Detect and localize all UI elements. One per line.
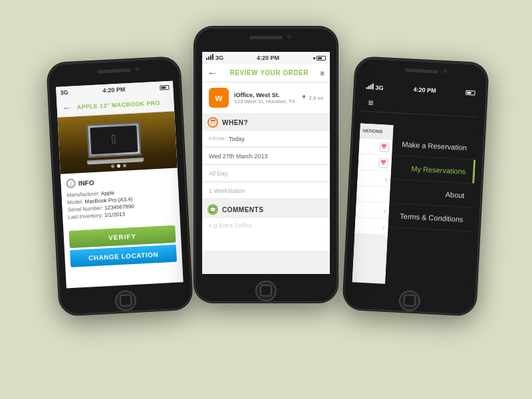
- menu-item-my-reservations[interactable]: My Reservations: [390, 156, 475, 184]
- signal-icon-center: [206, 55, 213, 61]
- menu-icon-center[interactable]: ≡: [321, 69, 325, 77]
- info-section: i INFO Manufacturer: Apple Model: MacBoo…: [61, 168, 180, 227]
- home-button-inner-left: [120, 295, 132, 307]
- macbook-image: : [57, 112, 177, 174]
- clock-icon: ⏰: [207, 117, 218, 128]
- from-field[interactable]: FROM: Today: [202, 131, 330, 147]
- venue-address: 123 West St, Houston, TX: [234, 98, 295, 104]
- from-value: Today: [229, 136, 245, 142]
- time-center: 4:20 PM: [257, 55, 279, 61]
- change-location-button[interactable]: CHANGE LOCATION: [70, 245, 177, 267]
- carrier-left: 3G: [60, 89, 68, 96]
- status-bar-center: 3G 4:20 PM ●: [202, 52, 330, 64]
- info-header: i INFO: [66, 174, 173, 188]
- comments-section-header: 💬 COMMENTS: [202, 201, 330, 218]
- until-field[interactable]: Wed 27th March 2013: [202, 148, 330, 164]
- when-section-header: ⏰ WHEN?: [202, 114, 330, 131]
- phone-camera-center: [287, 35, 291, 39]
- venue-name: iOffice, West St.: [234, 92, 295, 98]
- phone-speaker-left: [97, 68, 130, 74]
- home-button-center[interactable]: [255, 281, 277, 301]
- workstation-value: 1 Workstation: [209, 188, 245, 194]
- dot-2: [117, 164, 120, 168]
- time-right: 4:20 PM: [413, 86, 436, 94]
- signal-icon-right: [366, 84, 374, 91]
- all-day-value: All Day: [209, 170, 228, 177]
- phone-speaker-right: [405, 68, 438, 74]
- all-day-field[interactable]: All Day: [202, 166, 330, 182]
- venue-info: iOffice, West St. 123 West St, Houston, …: [234, 92, 295, 104]
- partial-reservations-label: VATIONS: [360, 124, 394, 140]
- screen-left: 3G 4:20 PM ← APPLE 13" MACBOOK PRO: [56, 81, 184, 289]
- laptop-screen-inner: : [90, 125, 138, 154]
- image-carousel-dots: [111, 164, 126, 168]
- dot-1: [111, 164, 114, 168]
- calendar-icon-1: 📅: [380, 142, 390, 152]
- venue-logo: w: [209, 88, 229, 108]
- comments-input[interactable]: e.g Extra Coffee: [202, 218, 330, 251]
- back-arrow-left[interactable]: ←: [62, 102, 72, 113]
- venue-row: w iOffice, West St. 123 West St, Houston…: [202, 82, 330, 114]
- phone-right: 3G 4:20 PM ≡ VATIONS: [342, 57, 489, 316]
- home-button-right[interactable]: [398, 290, 421, 312]
- screen-center: 3G 4:20 PM ● ← REVIEW YOUR ORDER ≡: [202, 52, 330, 274]
- phone-camera-left: [135, 66, 139, 70]
- chevron-icon-3: ›: [382, 223, 385, 230]
- from-label: FROM:: [209, 136, 226, 142]
- menu-item-terms[interactable]: Terms & Conditions: [388, 203, 473, 232]
- info-section-title: INFO: [78, 179, 94, 187]
- home-button-inner-center: [260, 285, 272, 297]
- calendar-icon-2: 📅: [378, 158, 388, 168]
- comment-icon: 💬: [207, 204, 218, 215]
- back-arrow-center[interactable]: ←: [207, 67, 218, 79]
- screen-right: 3G 4:20 PM ≡ VATIONS: [352, 81, 479, 289]
- battery-right: [466, 90, 475, 95]
- venue-distance: 📍 2.8 mi: [301, 95, 323, 101]
- when-title: WHEN?: [222, 119, 248, 126]
- carrier-center: 3G: [215, 55, 223, 61]
- apple-logo-icon: : [111, 132, 116, 146]
- laptop-base-graphic: [87, 158, 144, 164]
- workstation-field[interactable]: 1 Workstation: [202, 183, 330, 199]
- phone-speaker-center: [249, 36, 283, 39]
- page-title-left: APPLE 13" MACBOOK PRO: [76, 99, 160, 110]
- battery-left: [160, 84, 169, 90]
- laptop-graphic: : [86, 121, 148, 164]
- time-left: 4:20 PM: [102, 86, 125, 94]
- carrier-right: 3G: [375, 84, 384, 92]
- phone-camera-right: [443, 69, 447, 73]
- comments-placeholder: e.g Extra Coffee: [209, 222, 252, 229]
- page-title-center: REVIEW YOUR ORDER: [230, 69, 309, 76]
- phone-left: 3G 4:20 PM ← APPLE 13" MACBOOK PRO: [47, 57, 193, 316]
- menu-list: Make a Reservation My Reservations About…: [385, 125, 477, 288]
- phone-center: 3G 4:20 PM ● ← REVIEW YOUR ORDER ≡: [194, 27, 338, 303]
- home-button-inner-right: [404, 295, 416, 307]
- accent-line: [352, 286, 385, 288]
- chevron-icon-1: ›: [385, 176, 388, 183]
- info-icon: i: [66, 178, 76, 188]
- dot-3: [123, 164, 126, 167]
- verify-button[interactable]: VERIFY: [68, 225, 176, 248]
- until-value: Wed 27th March 2013: [209, 153, 267, 160]
- nav-bar-center: ← REVIEW YOUR ORDER ≡: [202, 64, 330, 82]
- hamburger-icon-right[interactable]: ≡: [368, 97, 374, 108]
- comments-title: COMMENTS: [222, 206, 263, 213]
- battery-center: ●: [313, 55, 326, 61]
- home-button-left[interactable]: [114, 290, 137, 312]
- laptop-screen-graphic: : [86, 122, 142, 158]
- chevron-icon-2: ›: [383, 207, 386, 215]
- nav-screen-center: ← REVIEW YOUR ORDER ≡: [202, 64, 330, 82]
- location-icon: 📍: [301, 95, 307, 101]
